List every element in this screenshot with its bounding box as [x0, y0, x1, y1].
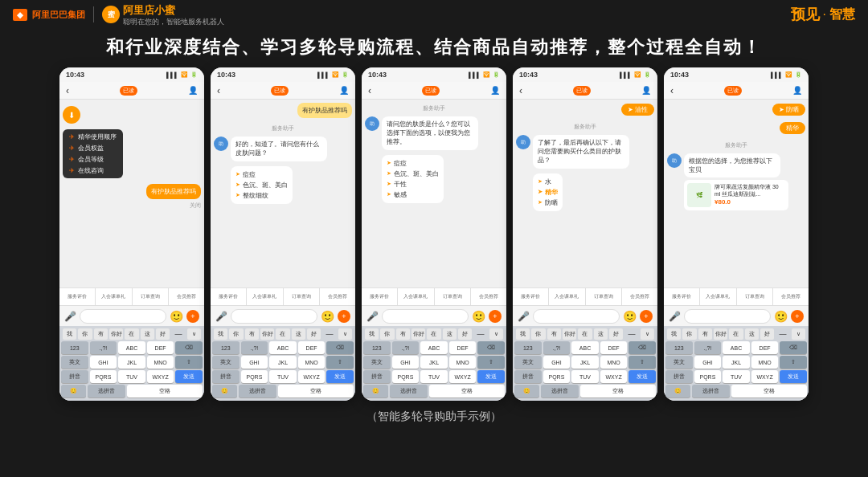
key-ghi-3[interactable]: GHI	[392, 356, 420, 369]
back-btn-2[interactable]: ‹	[217, 85, 220, 96]
tab-member-3[interactable]: 会员推荐	[471, 288, 506, 305]
sug-3-2[interactable]: 你	[380, 328, 394, 340]
key-pinyin-2[interactable]: 拼音	[212, 370, 240, 383]
key-shift-5[interactable]: ⇧	[780, 356, 807, 369]
sug-3-4[interactable]: 你好	[411, 328, 425, 340]
input-field-5[interactable]	[684, 309, 771, 324]
key-en-4[interactable]: 英文	[514, 356, 542, 369]
tab-member-1[interactable]: 会员推荐	[169, 288, 204, 305]
down-arrow-icon[interactable]: ⬇	[63, 106, 80, 124]
menu-item-1[interactable]: 精华使用顺序	[69, 132, 117, 141]
key-en-3[interactable]: 英文	[363, 356, 391, 369]
tab-order-2[interactable]: 订单查询	[284, 288, 320, 305]
tab-join-5[interactable]: 入会课单礼	[700, 288, 736, 305]
key-jkl-5[interactable]: JKL	[723, 356, 750, 369]
key-wxyz-4[interactable]: WXYZ	[600, 370, 628, 383]
key-tuv-1[interactable]: TUV	[118, 370, 145, 383]
key-tuv-3[interactable]: TUV	[420, 370, 448, 383]
key-def-5[interactable]: DEF	[751, 341, 779, 354]
emoji-btn-5[interactable]: 🙂	[774, 310, 788, 323]
key-selpy-2[interactable]: 选拼音	[239, 385, 276, 398]
key-punc-2[interactable]: .,?!	[241, 341, 268, 354]
key-123-4[interactable]: 123	[514, 341, 542, 354]
key-pinyin-5[interactable]: 拼音	[665, 370, 693, 383]
key-def-1[interactable]: DEF	[147, 341, 174, 354]
sug-2-1[interactable]: 我	[214, 328, 227, 340]
key-jkl-1[interactable]: JKL	[118, 356, 145, 369]
sug-2-3[interactable]: 有	[245, 328, 259, 340]
back-btn-1[interactable]: ‹	[66, 85, 69, 96]
key-pqrs-2[interactable]: PQRS	[241, 370, 268, 383]
key-send-4[interactable]: 发送	[628, 370, 656, 383]
mic-icon-1[interactable]: 🎤	[64, 311, 76, 322]
input-field-2[interactable]	[231, 309, 317, 324]
option-3-3[interactable]: 干性	[387, 179, 439, 190]
key-tuv-5[interactable]: TUV	[723, 370, 750, 383]
key-selpy-5[interactable]: 选拼音	[692, 385, 730, 398]
key-wxyz-3[interactable]: WXYZ	[449, 370, 477, 383]
tab-service-3[interactable]: 服务评价	[362, 288, 398, 305]
sug-2-4[interactable]: 你好	[260, 328, 274, 340]
back-btn-3[interactable]: ‹	[368, 85, 371, 96]
key-send-1[interactable]: 发送	[175, 370, 203, 383]
mic-icon-4[interactable]: 🎤	[518, 311, 530, 322]
key-punc-3[interactable]: .,?!	[392, 341, 420, 354]
sug-3-1[interactable]: 我	[365, 328, 379, 340]
key-send-2[interactable]: 发送	[326, 370, 354, 383]
key-del-1[interactable]: ⌫	[175, 341, 203, 354]
key-jkl-2[interactable]: JKL	[269, 356, 297, 369]
key-space-1[interactable]: 空格	[127, 385, 203, 398]
key-emoji-1[interactable]: 😊	[61, 385, 86, 398]
sug-1-1[interactable]: 我	[63, 328, 76, 340]
input-field-3[interactable]	[382, 309, 469, 324]
option-3-4[interactable]: 敏感	[387, 190, 439, 200]
sug-2-6[interactable]: 这	[292, 328, 305, 340]
key-send-5[interactable]: 发送	[780, 370, 807, 383]
sug-1-6[interactable]: 这	[141, 328, 154, 340]
sug-3-5[interactable]: 在	[427, 328, 440, 340]
key-shift-3[interactable]: ⇧	[477, 356, 505, 369]
sug-3-3[interactable]: 有	[396, 328, 410, 340]
key-abc-3[interactable]: ABC	[420, 341, 448, 354]
key-abc-2[interactable]: ABC	[269, 341, 297, 354]
tab-service-1[interactable]: 服务评价	[59, 288, 96, 305]
tab-join-1[interactable]: 入会课单礼	[96, 288, 132, 305]
option-3-1[interactable]: 痘痘	[387, 158, 439, 169]
sug-1-5[interactable]: 在	[125, 328, 138, 340]
key-space-5[interactable]: 空格	[731, 385, 807, 398]
key-selpy-4[interactable]: 选拼音	[541, 385, 579, 398]
sug-5-arr[interactable]: ∨	[792, 328, 805, 340]
tab-join-4[interactable]: 入会课单礼	[549, 288, 585, 305]
input-field-1[interactable]	[80, 309, 166, 324]
key-ghi-1[interactable]: GHI	[90, 356, 117, 369]
key-en-1[interactable]: 英文	[61, 356, 88, 369]
key-emoji-3[interactable]: 😊	[363, 385, 388, 398]
mic-icon-3[interactable]: 🎤	[366, 311, 379, 322]
menu-item-3[interactable]: 会员等级	[69, 155, 117, 164]
key-emoji-5[interactable]: 😊	[665, 385, 690, 398]
key-wxyz-5[interactable]: WXYZ	[751, 370, 779, 383]
plus-btn-3[interactable]: +	[489, 310, 502, 323]
product-card-5[interactable]: 🌿 牌可果蔬活复颜精华液 30 ml 丝瓜迪斯副滋... ¥80.0	[684, 180, 788, 210]
option-2-2[interactable]: 色沉、斑、美白	[235, 180, 288, 190]
tab-service-4[interactable]: 服务评价	[513, 288, 549, 305]
emoji-btn-4[interactable]: 🙂	[623, 310, 637, 323]
key-ghi-2[interactable]: GHI	[241, 356, 268, 369]
key-del-2[interactable]: ⌫	[326, 341, 354, 354]
sug-4-6[interactable]: 这	[594, 328, 608, 340]
tab-service-2[interactable]: 服务评价	[211, 288, 247, 305]
sug-4-7[interactable]: 好	[609, 328, 623, 340]
option-4-2[interactable]: 精华	[538, 187, 558, 198]
sug-2-5[interactable]: 在	[276, 328, 289, 340]
key-space-2[interactable]: 空格	[278, 385, 354, 398]
key-emoji-2[interactable]: 😊	[212, 385, 237, 398]
plus-btn-1[interactable]: +	[186, 310, 199, 323]
sug-1-2[interactable]: 你	[78, 328, 92, 340]
key-pqrs-5[interactable]: PQRS	[694, 370, 722, 383]
key-pinyin-4[interactable]: 拼音	[514, 370, 542, 383]
tab-service-5[interactable]: 服务评价	[664, 288, 700, 305]
key-wxyz-1[interactable]: WXYZ	[147, 370, 174, 383]
key-selpy-1[interactable]: 选拼音	[88, 385, 125, 398]
emoji-btn-2[interactable]: 🙂	[321, 310, 334, 323]
emoji-btn-3[interactable]: 🙂	[472, 310, 485, 323]
